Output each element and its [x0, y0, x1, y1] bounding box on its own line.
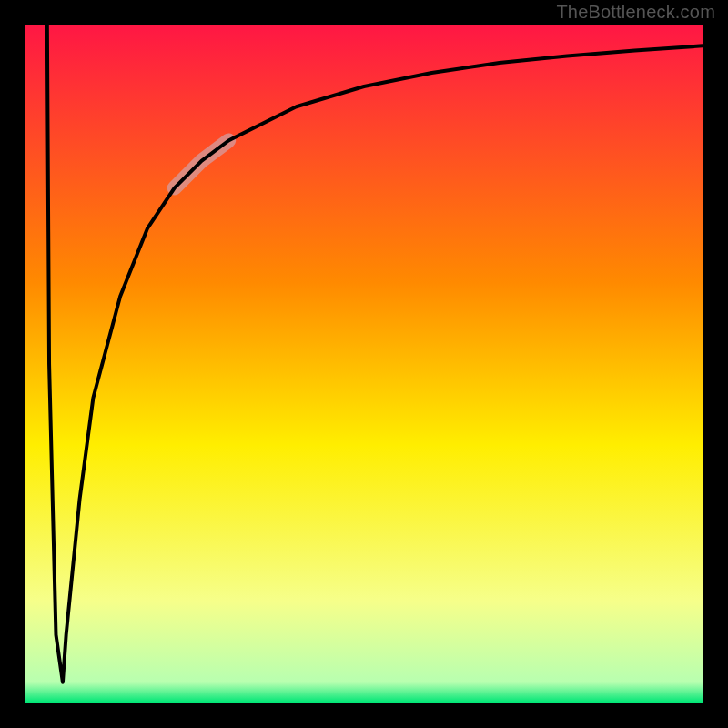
attribution-text: TheBottleneck.com — [556, 2, 715, 23]
plot-background — [25, 25, 703, 703]
bottleneck-chart — [0, 0, 728, 728]
chart-container: TheBottleneck.com — [0, 0, 728, 728]
